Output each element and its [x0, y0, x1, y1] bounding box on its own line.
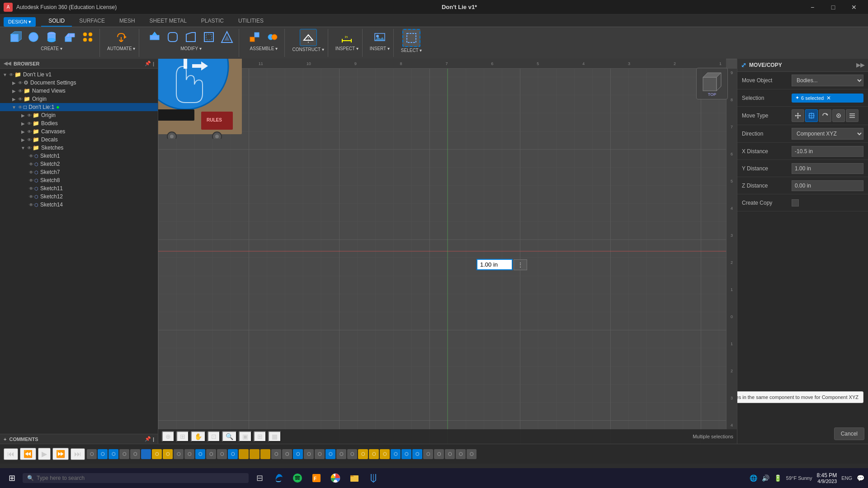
- tl-item-30[interactable]: ⬡: [401, 449, 411, 459]
- tl-item-16[interactable]: [250, 449, 259, 459]
- expand-sketches[interactable]: ▼: [20, 145, 26, 150]
- eye-sketches[interactable]: 👁: [27, 145, 32, 150]
- eye-s8[interactable]: 👁: [29, 178, 33, 183]
- modify-push-btn[interactable]: [146, 29, 163, 45]
- tree-item-sketch11[interactable]: 👁 ⬡ Sketch11: [0, 184, 158, 192]
- tl-item-17[interactable]: [260, 449, 270, 459]
- fit-btn[interactable]: ⊡: [208, 431, 220, 442]
- maps-app[interactable]: [365, 470, 382, 486]
- automate-label[interactable]: AUTOMATE ▾: [107, 46, 135, 51]
- modify-shell-btn[interactable]: [201, 29, 217, 45]
- expand-decals[interactable]: ▶: [20, 137, 26, 142]
- move-type-align[interactable]: [846, 109, 859, 122]
- create-cylinder-btn[interactable]: [43, 29, 60, 45]
- comments-expand-btn[interactable]: +: [4, 436, 6, 442]
- selection-clear-btn[interactable]: ✕: [826, 95, 832, 101]
- tl-item-5[interactable]: ⬡: [130, 449, 140, 459]
- modify-fillet-btn[interactable]: [165, 29, 181, 45]
- edge-browser-app[interactable]: [270, 470, 287, 486]
- expand-named[interactable]: ▶: [11, 89, 17, 94]
- dimension-menu-button[interactable]: ⋮: [514, 259, 527, 270]
- taskbar-search-input[interactable]: [37, 475, 244, 481]
- tl-item-18[interactable]: ⬡: [271, 449, 281, 459]
- volume-icon[interactable]: 🔊: [762, 474, 769, 482]
- expand-dontlie[interactable]: ▼: [11, 105, 17, 110]
- assemble-btn2[interactable]: [264, 29, 281, 45]
- tl-item-9[interactable]: ⬡: [174, 449, 184, 459]
- select-label[interactable]: SELECT ▾: [401, 48, 422, 53]
- comments-sep-btn[interactable]: |: [153, 436, 154, 442]
- browser-pin-btn[interactable]: 📌: [145, 61, 151, 66]
- snap-btn[interactable]: ⊕: [162, 431, 175, 442]
- browser-expand-btn[interactable]: |: [153, 61, 154, 66]
- tl-item-11[interactable]: ⬡: [195, 449, 205, 459]
- tl-item-35[interactable]: ⬡: [456, 449, 466, 459]
- construct-plane-btn[interactable]: [300, 29, 317, 46]
- minimize-button[interactable]: −: [802, 0, 823, 14]
- tl-item-1[interactable]: ⬡: [87, 449, 97, 459]
- direction-select[interactable]: Component XYZ: [792, 128, 863, 140]
- pan-btn[interactable]: ✋: [191, 431, 206, 442]
- tree-item-origin[interactable]: ▶ 👁 📁 Origin: [0, 95, 158, 103]
- eye-dontlie[interactable]: 👁: [18, 105, 23, 110]
- modify-label[interactable]: MODIFY ▾: [180, 46, 201, 51]
- chrome-app[interactable]: [327, 470, 344, 486]
- create-box-btn[interactable]: [7, 29, 24, 45]
- start-button[interactable]: ⊞: [4, 470, 20, 486]
- tl-play-btn[interactable]: ▶: [38, 448, 51, 460]
- tl-item-23[interactable]: ⬡: [326, 449, 335, 459]
- tl-item-32[interactable]: ⬡: [423, 449, 433, 459]
- tl-item-14[interactable]: ⬡: [228, 449, 238, 459]
- eye-s12[interactable]: 👁: [29, 194, 33, 199]
- camera-btn[interactable]: ▦: [268, 431, 281, 442]
- modify-chamfer-btn[interactable]: [183, 29, 199, 45]
- tl-item-26[interactable]: ⬡: [358, 449, 368, 459]
- tl-item-21[interactable]: ⬡: [304, 449, 314, 459]
- fusion-app[interactable]: F: [308, 470, 325, 486]
- eye-origin-n[interactable]: 👁: [27, 113, 32, 118]
- assemble-btn1[interactable]: [246, 29, 263, 45]
- modify-draft-btn[interactable]: [219, 29, 235, 45]
- cancel-button[interactable]: Cancel: [834, 427, 864, 440]
- tab-sheetmetal[interactable]: SHEET METAL: [142, 16, 194, 27]
- tl-item-2[interactable]: ⬡: [98, 449, 108, 459]
- expand-origin[interactable]: ▶: [11, 97, 17, 102]
- eye-named[interactable]: 👁: [18, 89, 23, 94]
- select-btn[interactable]: [402, 29, 420, 47]
- network-icon[interactable]: 🌐: [750, 474, 757, 482]
- eye-s11[interactable]: 👁: [29, 186, 33, 191]
- close-button[interactable]: ✕: [844, 0, 864, 14]
- tl-item-36[interactable]: ⬡: [467, 449, 476, 459]
- maximize-button[interactable]: □: [823, 0, 844, 14]
- tl-item-12[interactable]: ⬡: [206, 449, 216, 459]
- tl-next-btn[interactable]: ⏩: [52, 448, 69, 460]
- tab-solid[interactable]: SOLID: [41, 16, 72, 27]
- tl-prev-btn[interactable]: ⏪: [20, 448, 36, 460]
- tl-item-3[interactable]: ⬡: [108, 449, 118, 459]
- notification-icon[interactable]: 💬: [857, 474, 864, 482]
- tl-end-btn[interactable]: ⏭: [71, 448, 85, 460]
- eye-decals[interactable]: 👁: [27, 137, 32, 142]
- taskbar-clock[interactable]: 8:45 PM 4/9/2023: [816, 472, 837, 484]
- spotify-app[interactable]: [289, 470, 306, 486]
- tl-item-13[interactable]: ⬡: [217, 449, 227, 459]
- expand-canvases[interactable]: ▶: [20, 129, 26, 134]
- eye-s7[interactable]: 👁: [29, 170, 33, 175]
- eye-origin[interactable]: 👁: [18, 97, 23, 102]
- tree-item-dontlie[interactable]: ▼ 👁 □ Don't Lie:1 ●: [0, 103, 158, 111]
- tree-item-named-views[interactable]: ▶ 👁 📁 Named Views: [0, 87, 158, 95]
- tl-item-28[interactable]: ⬡: [380, 449, 390, 459]
- create-extrude-btn[interactable]: [61, 29, 78, 45]
- design-dropdown[interactable]: DESIGN ▾: [4, 17, 36, 27]
- tab-mesh[interactable]: MESH: [112, 16, 142, 27]
- orbit-btn[interactable]: ⊞: [176, 431, 189, 442]
- zoom-btn[interactable]: 🔍: [222, 431, 237, 442]
- inspect-label[interactable]: INSPECT ▾: [335, 46, 359, 51]
- tl-item-20[interactable]: ⬡: [293, 449, 303, 459]
- move-type-axis[interactable]: [805, 109, 818, 122]
- eye-root[interactable]: 👁: [9, 72, 14, 77]
- tl-item-4[interactable]: ⬡: [119, 449, 129, 459]
- x-distance-input[interactable]: [792, 146, 863, 157]
- tl-item-34[interactable]: ⬡: [445, 449, 455, 459]
- create-sphere-btn[interactable]: [25, 29, 42, 45]
